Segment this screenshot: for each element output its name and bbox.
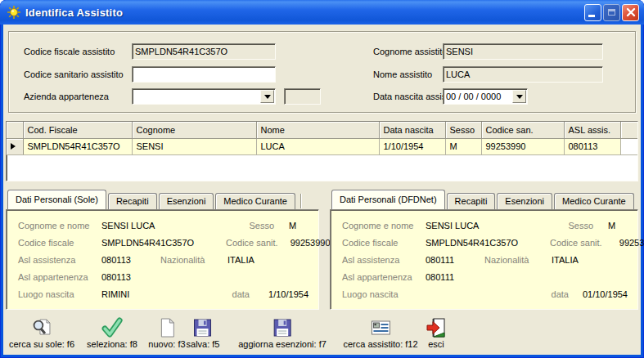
cell-data-nascita[interactable]: 1/10/1954 [379,138,445,154]
search-page-icon [31,317,52,338]
cognome-nome-value: SENSI LUCA [426,221,479,230]
asl-assistenza-value: 080111 [426,255,484,265]
tab-recapiti-sole[interactable]: Recapiti [108,193,157,209]
toolbar-label: cerca su sole: f6 [9,339,74,349]
dialog-content: Codice fiscale assistito SMPLDN54R41C357… [3,25,641,355]
luogo-nascita-label: Luogo nascita [18,289,101,299]
col-cognome[interactable]: Cognome [132,122,256,138]
salva-button[interactable]: salva: f5 [187,317,220,349]
data-value: 1/10/1954 [250,289,308,299]
close-button[interactable] [622,4,639,21]
title-bar[interactable]: Identifica Assistito [0,0,644,25]
toolbar-label: esci [426,339,447,349]
tab-medico-curante-dfdnet[interactable]: Medico Curante [554,193,634,209]
toolbar-label: salva: f5 [187,339,220,349]
codice-fiscale-value: SMPLDN54R41C357O [426,238,550,248]
data-nascita-dropdown[interactable]: 00 / 00 / 0000 [443,88,528,105]
tab-dati-personali-dfdnet[interactable]: Dati Personali (DFDNet) [331,190,445,209]
codice-sanit-label: Codice sanit. [226,238,278,248]
results-grid: Cod. Fiscale Cognome Nome Data nascita S… [6,121,638,181]
azienda-dropdown-button[interactable] [260,90,274,103]
codice-sanit-label: Codice sanit. [550,238,602,248]
new-page-icon [156,317,178,338]
cell-codice-san[interactable]: 99253990 [481,138,564,154]
sesso-value: M [274,221,308,230]
col-asl-assis[interactable]: ASL assis. [564,122,620,138]
nuovo-button[interactable]: nuovo: f3 [148,317,185,349]
col-data-nascita[interactable]: Data nascita [379,122,445,138]
codice-sanitario-label: Codice sanitario assistito [24,66,124,83]
tab-recapiti-dfdnet[interactable]: Recapiti [447,193,496,209]
cerca-assistito-button[interactable]: cerca assistito: f12 [343,317,417,349]
data-label: data [552,289,569,299]
col-nome[interactable]: Nome [256,122,379,138]
cell-cod-fiscale[interactable]: SMPLDN54R41C357O [23,138,132,154]
minimize-icon [588,15,595,17]
asl-assistenza-label: Asl assistenza [18,255,101,265]
card-search-icon [370,317,391,338]
codice-sanit-value: 9925399 [602,238,644,248]
grid-selector-header [7,122,23,138]
app-sun-icon [7,5,21,20]
maximize-icon [608,9,615,16]
cell-nome[interactable]: LUCA [256,138,379,154]
asl-assistenza-value: 080113 [101,255,160,265]
tab-dati-personali-sole[interactable]: Dati Personali (Sole) [7,190,106,209]
esci-button[interactable]: esci [426,317,447,349]
azienda-label: Azienda apparteneza [24,88,109,105]
luogo-nascita-label: Luogo nascita [342,289,426,299]
chevron-down-icon [264,95,271,102]
col-cod-fiscale[interactable]: Cod. Fiscale [23,122,132,138]
panel-sole-body: Cognome e nome SENSI LUCA Sesso M Codice… [6,209,319,310]
panel-dfdnet-body: Cognome e nome SENSI LUCA Sesso M Codice… [330,209,638,310]
col-codice-san[interactable]: Codice san. [481,122,564,138]
tab-esenzioni-sole[interactable]: Esenzioni [159,193,214,209]
toolbar-label: aggiorna esenzioni: f7 [238,339,327,349]
row-selector-cell[interactable] [7,138,23,154]
identifica-assistito-window: Identifica Assistito Codice fiscale assi… [0,0,644,358]
asl-assistenza-label: Asl assistenza [342,255,426,265]
exit-door-icon [426,317,447,338]
col-sesso[interactable]: Sesso [445,122,481,138]
seleziona-button[interactable]: seleziona: f8 [87,317,137,349]
aggiorna-esenzioni-button[interactable]: aggiorna esenzioni: f7 [238,317,327,349]
cerca-su-sole-button[interactable]: cerca su sole: f6 [9,317,74,349]
grid-filler-header [620,122,638,138]
data-nascita-dropdown-button[interactable] [512,90,526,103]
table-row[interactable]: SMPLDN54R41C357O SENSI LUCA 1/10/1954 M … [7,138,638,154]
panel-dfdnet: Dati Personali (DFDNet) Recapiti Esenzio… [330,190,638,310]
sesso-label: Sesso [249,221,274,230]
row-selector-arrow-icon [11,143,19,150]
sesso-value: M [593,221,628,230]
tab-medico-curante-sole[interactable]: Medico Curante [215,193,295,209]
tab-esenzioni-dfdnet[interactable]: Esenzioni [497,193,552,209]
tab-divider [300,194,301,208]
panel-sole-tabs: Dati Personali (Sole) Recapiti Esenzioni… [6,190,319,209]
cell-sesso[interactable]: M [445,138,481,154]
codice-fiscale-label: Codice fiscale [342,238,426,248]
close-icon [626,7,636,17]
azienda-code-field [284,88,321,105]
azienda-dropdown[interactable] [132,88,276,105]
maximize-button[interactable] [603,4,620,21]
minimize-button[interactable] [584,4,601,21]
toolbar-label: seleziona: f8 [87,339,137,349]
cognome-nome-label: Cognome e nome [342,221,426,230]
grid-filler-cell [620,138,638,154]
chevron-down-icon [516,95,523,102]
cognome-nome-value: SENSI LUCA [101,221,155,230]
codice-sanitario-input[interactable] [132,66,276,83]
asl-appartenenza-label: Asl appartenenza [18,272,101,282]
asl-appartenenza-label: Asl appartenenza [342,272,426,282]
cell-cognome[interactable]: SENSI [132,138,256,154]
cognome-field: SENSI [443,43,603,60]
floppy-save-icon [192,317,214,338]
codice-fiscale-field: SMPLDN54R41C357O [132,43,276,60]
data-nascita-dropdown-value: 00 / 00 / 0000 [446,92,501,101]
cognome-label: Cognome assistito [373,43,448,60]
green-check-icon [101,317,123,338]
cell-asl-assis[interactable]: 080113 [564,138,620,154]
nome-field: LUCA [443,66,603,83]
nazionalita-value: ITALIA [227,255,254,265]
grid-header-row: Cod. Fiscale Cognome Nome Data nascita S… [7,122,638,138]
